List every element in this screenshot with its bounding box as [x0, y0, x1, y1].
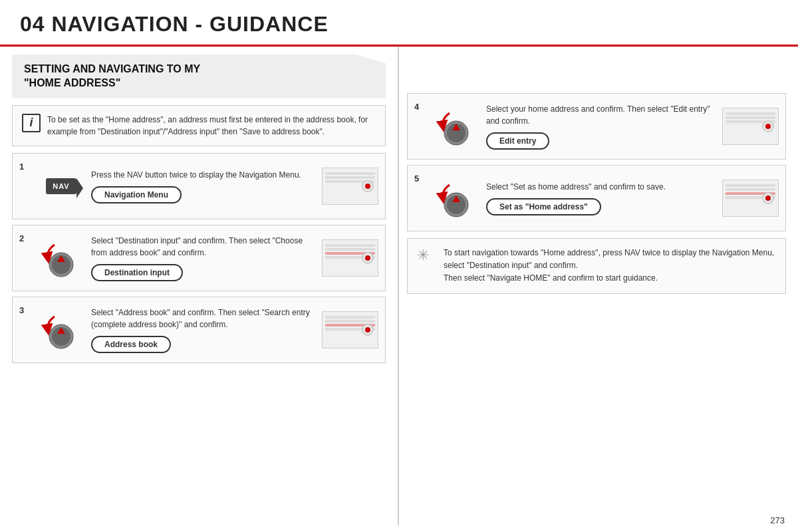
step-2-row: 2 Select "Destination in — [12, 225, 386, 291]
step-5-number: 5 — [414, 174, 426, 184]
page-header: 04 NAVIGATION - GUIDANCE — [0, 0, 798, 47]
step-3-dial-icon — [41, 310, 81, 350]
step-3-text: Select "Address book" and confirm. Then … — [91, 307, 315, 331]
step-4-number: 4 — [414, 102, 426, 112]
step-4-badge: Edit entry — [486, 132, 549, 150]
info-icon: i — [22, 114, 41, 132]
page-number: 273 — [770, 515, 785, 525]
step-1-row: 1 NAV Press the NAV button twice to disp… — [12, 153, 386, 219]
step-2-dial-icon — [41, 238, 81, 278]
step-2-device-img — [322, 239, 378, 277]
info-text: To be set as the "Home address", an addr… — [47, 114, 376, 138]
step-1-content: Press the NAV button twice to display th… — [91, 169, 315, 203]
step-5-device-img — [722, 180, 779, 217]
step-4-text: Select your home address and confirm. Th… — [486, 103, 716, 127]
step-4-icon-area — [433, 106, 479, 146]
info-box: i To be set as the "Home address", an ad… — [12, 105, 386, 146]
main-content: SETTING AND NAVIGATING TO MY "HOME ADDRE… — [0, 47, 798, 525]
step-1-number: 1 — [19, 162, 31, 172]
step-5-icon-area — [433, 178, 479, 218]
nav-button-icon: NAV — [46, 178, 76, 194]
left-column: SETTING AND NAVIGATING TO MY "HOME ADDRE… — [0, 47, 399, 525]
step-1-badge: Navigation Menu — [91, 186, 182, 203]
step-3-content: Select "Address book" and confirm. Then … — [91, 307, 315, 353]
step-2-icon-area — [38, 238, 84, 278]
step-5-text: Select "Set as home address" and confirm… — [486, 181, 716, 193]
step-5-badge: Set as "Home address" — [486, 198, 601, 215]
step-1-device-img — [322, 168, 378, 205]
step-1-icon-area: NAV — [38, 178, 84, 194]
step-2-number: 2 — [19, 233, 31, 243]
step-2-content: Select "Destination input" and confirm. … — [91, 235, 315, 281]
right-column: 4 Select your home address and confirm. … — [399, 47, 798, 525]
step-3-number: 3 — [19, 305, 31, 315]
step-5-dial-icon — [436, 178, 476, 218]
step-3-row: 3 Select "Address book" and confirm. The… — [12, 297, 386, 363]
step-4-content: Select your home address and confirm. Th… — [486, 103, 716, 150]
gear-icon: ✳ — [417, 247, 437, 264]
section-title-box: SETTING AND NAVIGATING TO MY "HOME ADDRE… — [12, 55, 386, 98]
step-2-badge: Destination input — [91, 264, 183, 281]
step-4-device-img — [722, 108, 779, 145]
note-text: To start navigation towards "Home addres… — [444, 247, 776, 285]
step-3-icon-area — [38, 310, 84, 350]
step-1-text: Press the NAV button twice to display th… — [91, 169, 315, 181]
step-5-content: Select "Set as home address" and confirm… — [486, 181, 716, 215]
step-5-row: 5 Select "Set as home address" and confi… — [407, 165, 786, 231]
page-title: 04 NAVIGATION - GUIDANCE — [20, 12, 329, 36]
step-3-badge: Address book — [91, 336, 171, 353]
step-2-text: Select "Destination input" and confirm. … — [91, 235, 315, 259]
step-4-row: 4 Select your home address and confirm. … — [407, 93, 786, 160]
step-3-device-img — [322, 311, 378, 348]
section-title: SETTING AND NAVIGATING TO MY "HOME ADDRE… — [24, 63, 374, 90]
step-4-dial-icon — [436, 106, 476, 146]
note-box: ✳ To start navigation towards "Home addr… — [407, 238, 786, 294]
